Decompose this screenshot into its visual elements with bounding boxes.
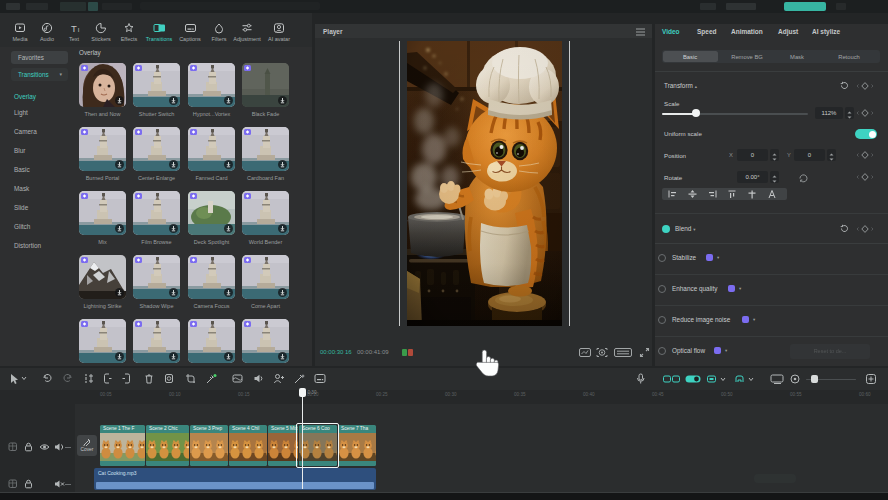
svg-text:T: T (71, 23, 77, 34)
svg-text:I: I (78, 27, 80, 33)
